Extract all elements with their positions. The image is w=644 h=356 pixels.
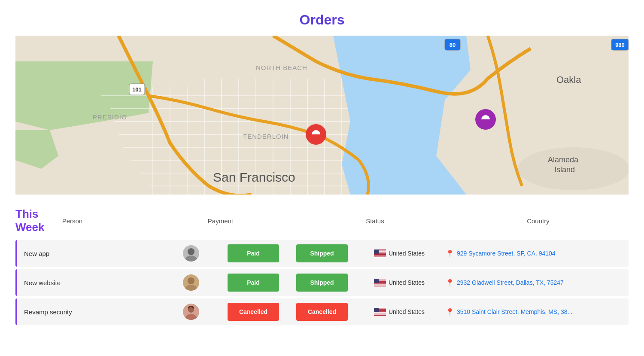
- status-badge: Shipped: [288, 274, 356, 292]
- order-name: New app: [17, 250, 163, 257]
- avatar: [183, 304, 199, 320]
- svg-text:San Francisco: San Francisco: [213, 170, 295, 184]
- section-title: This Week: [15, 207, 44, 234]
- svg-rect-90: [374, 312, 386, 313]
- person-avatar: [163, 274, 219, 291]
- svg-text:80: 80: [450, 42, 456, 48]
- location-icon: 📍: [446, 250, 454, 258]
- country-name: United States: [389, 308, 425, 315]
- country-name: United States: [389, 250, 425, 257]
- col-status-header: Status: [340, 217, 409, 225]
- orders-table: New app Paid Shipped: [15, 240, 629, 325]
- table-row: New app Paid Shipped: [15, 240, 629, 267]
- svg-rect-96: [374, 308, 379, 312]
- page-title: Orders: [0, 0, 644, 36]
- svg-rect-58: [374, 255, 386, 255]
- svg-rect-94: [374, 314, 386, 315]
- svg-rect-61: [374, 257, 386, 257]
- person-avatar: [163, 304, 219, 320]
- country-cell: United States: [356, 250, 442, 257]
- country-name: United States: [389, 279, 425, 286]
- payment-status: Cancelled: [228, 303, 279, 321]
- svg-rect-93: [374, 314, 386, 314]
- svg-text:Alameda: Alameda: [548, 155, 579, 164]
- svg-rect-76: [374, 285, 386, 285]
- svg-rect-57: [374, 254, 386, 255]
- map-container: 101 80 980 PRESIDIO NORTH BEACH TENDERLO…: [15, 36, 629, 195]
- payment-status: Paid: [228, 274, 279, 292]
- table-row: New website Paid Shipped: [15, 269, 629, 296]
- svg-text:Oakla: Oakla: [556, 74, 581, 85]
- address-text: 929 Sycamore Street, SF, CA, 94104: [457, 250, 556, 257]
- order-status: Shipped: [296, 244, 348, 262]
- svg-rect-74: [374, 283, 386, 284]
- svg-rect-56: [374, 254, 386, 254]
- svg-rect-95: [374, 315, 386, 316]
- address-cell: 📍 929 Sycamore Street, SF, CA, 94104: [442, 250, 607, 258]
- country-cell: United States: [356, 279, 442, 286]
- order-status: Cancelled: [296, 303, 348, 321]
- svg-text:980: 980: [615, 42, 625, 48]
- address-text: 2932 Gladwell Street, Dallas, TX, 75247: [457, 279, 564, 286]
- svg-point-47: [188, 248, 194, 255]
- section-header: This Week Person Payment Status Country …: [15, 207, 629, 234]
- flag-icon: [374, 250, 386, 257]
- svg-rect-78: [374, 286, 386, 286]
- svg-rect-92: [374, 313, 386, 313]
- orders-section: This Week Person Payment Status Country …: [15, 207, 629, 325]
- col-person-header: Person: [44, 217, 100, 225]
- svg-text:PRESIDIO: PRESIDIO: [93, 113, 127, 121]
- svg-rect-75: [374, 284, 386, 284]
- payment-badge: Paid: [219, 244, 288, 262]
- col-payment-header: Payment: [186, 217, 255, 225]
- flag-icon: [374, 279, 386, 286]
- svg-rect-60: [374, 256, 386, 256]
- location-icon: 📍: [446, 308, 454, 316]
- svg-text:Island: Island: [554, 165, 575, 174]
- svg-text:TENDERLOIN: TENDERLOIN: [243, 133, 289, 140]
- svg-rect-62: [374, 250, 379, 254]
- flag-icon: [374, 308, 386, 316]
- address-text: 3510 Saint Clair Street, Memphis, MS, 38…: [457, 308, 572, 315]
- avatar: [183, 274, 199, 291]
- svg-rect-73: [374, 283, 386, 283]
- payment-badge: Paid: [219, 274, 288, 292]
- svg-rect-59: [374, 256, 386, 256]
- payment-status: Paid: [228, 244, 279, 262]
- location-icon: 📍: [446, 279, 454, 287]
- address-cell: 📍 2932 Gladwell Street, Dallas, TX, 7524…: [442, 279, 607, 287]
- order-status: Shipped: [296, 274, 348, 292]
- address-cell: 📍 3510 Saint Clair Street, Memphis, MS, …: [442, 308, 607, 316]
- table-row: Revamp security Cancelled Cancelled: [15, 298, 629, 325]
- map-svg: 101 80 980 PRESIDIO NORTH BEACH TENDERLO…: [15, 36, 629, 195]
- order-name: Revamp security: [17, 308, 163, 316]
- svg-rect-77: [374, 285, 386, 286]
- svg-text:101: 101: [132, 86, 142, 93]
- svg-rect-91: [374, 313, 386, 313]
- col-country-header: Country: [495, 217, 581, 225]
- person-avatar: [163, 245, 219, 262]
- status-badge: Shipped: [288, 244, 356, 262]
- country-cell: United States: [356, 308, 442, 316]
- payment-badge: Cancelled: [219, 303, 288, 321]
- svg-text:NORTH BEACH: NORTH BEACH: [256, 64, 307, 71]
- order-name: New website: [17, 279, 163, 286]
- svg-point-64: [188, 277, 194, 284]
- avatar: [183, 245, 199, 262]
- svg-rect-79: [374, 279, 379, 283]
- status-badge: Cancelled: [288, 303, 356, 321]
